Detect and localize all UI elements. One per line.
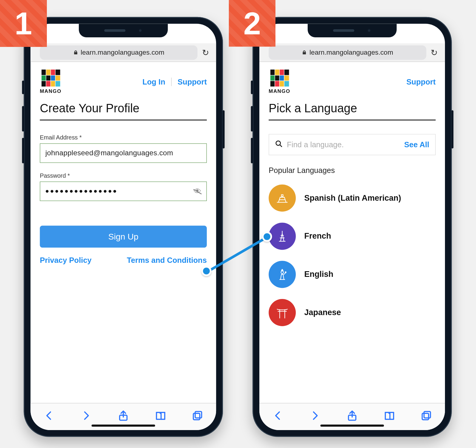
notch [308, 24, 397, 37]
language-item-japanese[interactable]: Japanese [269, 299, 435, 326]
home-indicator [92, 424, 155, 426]
email-label: Email Address * [40, 134, 207, 141]
url-pill[interactable]: 🔒︎ learn.mangolanguages.com [40, 45, 197, 59]
reload-icon[interactable]: ↻ [430, 47, 439, 57]
email-field[interactable]: johnappleseed@mangolanguages.com [40, 143, 207, 163]
svg-rect-10 [422, 413, 429, 420]
phone-frame-2: 🔒︎ learn.mangolanguages.com ↻ MANGO [252, 17, 452, 437]
language-search[interactable]: Find a language. See All [269, 134, 435, 155]
step-badge-2: 2 [229, 0, 275, 47]
mango-logo[interactable]: MANGO [40, 70, 61, 94]
url-pill[interactable]: 🔒︎ learn.mangolanguages.com [269, 45, 426, 59]
lock-icon: 🔒︎ [302, 49, 307, 55]
svg-rect-2 [193, 413, 200, 420]
see-all-link[interactable]: See All [404, 140, 429, 149]
svg-point-6 [281, 271, 284, 274]
phone-frame-1: 🔒︎ learn.mangolanguages.com ↻ MANGO [24, 17, 223, 437]
home-indicator [321, 424, 384, 426]
back-icon[interactable] [44, 410, 55, 423]
toggle-password-visibility-icon[interactable]: 👁︎ [194, 187, 201, 196]
browser-address-bar: 🔒︎ learn.mangolanguages.com ↻ [30, 43, 216, 62]
svg-rect-7 [285, 272, 286, 273]
forward-icon[interactable] [81, 410, 92, 423]
tabs-icon[interactable] [192, 410, 203, 423]
signup-button[interactable]: Sign Up [40, 225, 207, 248]
logo-text: MANGO [40, 88, 61, 94]
divider [171, 78, 172, 86]
search-icon [275, 140, 283, 150]
svg-rect-1 [195, 411, 202, 418]
page-title: Create Your Profile [40, 102, 207, 115]
language-name: French [304, 231, 331, 241]
back-icon[interactable] [272, 410, 284, 423]
torii-icon [269, 299, 296, 326]
language-name: Spanish (Latin American) [304, 194, 401, 203]
svg-rect-5 [281, 195, 283, 197]
eiffel-icon [269, 223, 296, 250]
share-icon[interactable] [118, 410, 129, 423]
share-icon[interactable] [347, 410, 358, 423]
pyramid-icon [269, 185, 296, 212]
logo-text: MANGO [269, 88, 290, 94]
support-link[interactable]: Support [178, 77, 207, 86]
password-value: ••••••••••••••• [45, 186, 118, 196]
forward-icon[interactable] [309, 410, 321, 423]
language-name: Japanese [304, 308, 341, 317]
search-placeholder: Find a language. [287, 140, 400, 149]
mango-logo[interactable]: MANGO [269, 70, 290, 94]
liberty-icon [269, 261, 296, 288]
language-item-french[interactable]: French [269, 223, 435, 250]
language-item-english[interactable]: English [269, 261, 435, 288]
terms-link[interactable]: Terms and Conditions [127, 256, 207, 265]
popular-languages-heading: Popular Languages [269, 166, 435, 175]
password-field[interactable]: ••••••••••••••• 👁︎ [40, 182, 207, 201]
step-badge-1: 1 [0, 0, 47, 47]
title-underline [269, 119, 435, 120]
support-link[interactable]: Support [406, 77, 436, 86]
privacy-policy-link[interactable]: Privacy Policy [40, 256, 91, 265]
browser-address-bar: 🔒︎ learn.mangolanguages.com ↻ [259, 43, 445, 62]
tabs-icon[interactable] [421, 410, 432, 423]
logo-mark [270, 70, 289, 87]
lock-icon: 🔒︎ [73, 49, 78, 55]
title-underline [40, 119, 207, 120]
svg-rect-9 [424, 411, 431, 418]
url-host: learn.mangolanguages.com [81, 49, 164, 56]
language-item-spanish[interactable]: Spanish (Latin American) [269, 185, 435, 212]
language-name: English [304, 270, 333, 279]
password-label: Password * [40, 172, 207, 179]
email-value: johnappleseed@mangolanguages.com [45, 149, 173, 157]
login-link[interactable]: Log In [142, 77, 165, 86]
page-title: Pick a Language [269, 102, 435, 115]
logo-mark [41, 70, 60, 87]
svg-line-4 [280, 145, 282, 146]
url-host: learn.mangolanguages.com [309, 49, 393, 56]
notch [79, 24, 168, 37]
bookmarks-icon[interactable] [155, 410, 166, 423]
bookmarks-icon[interactable] [384, 410, 395, 423]
reload-icon[interactable]: ↻ [201, 47, 210, 57]
